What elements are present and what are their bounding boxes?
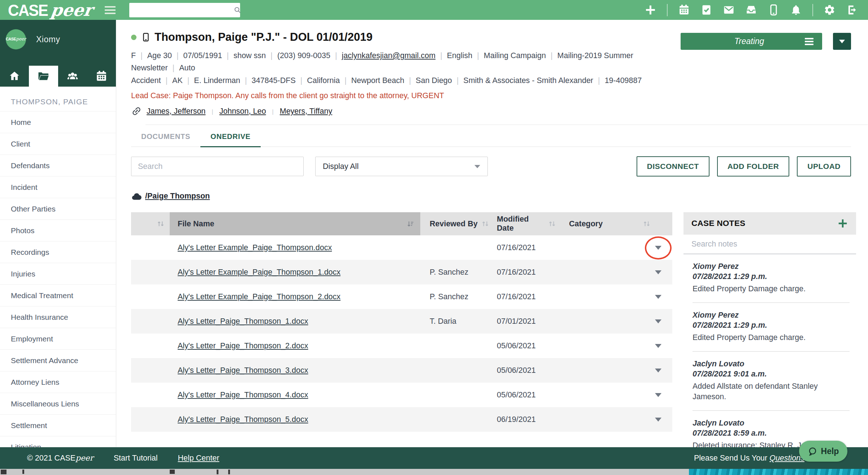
disconnect-button[interactable]: DISCONNECT xyxy=(637,156,709,177)
file-link[interactable]: Aly's Letter_Paige_Thompson_3.docx xyxy=(178,366,308,375)
file-search-input[interactable] xyxy=(131,162,303,171)
sidebar-item-defendants[interactable]: Defendants xyxy=(0,155,116,177)
avatar-logo-text-italic: peer xyxy=(16,36,26,42)
reviewed-by-cell: P. Sanchez xyxy=(420,268,497,277)
home-icon xyxy=(8,70,21,82)
start-tutorial-link[interactable]: Start Tutorial xyxy=(114,454,158,463)
sidebar-tab-contacts[interactable] xyxy=(58,66,87,87)
footer-message: Please Send Us Your Questions xyxy=(694,454,804,463)
display-filter-select[interactable]: Display All xyxy=(315,157,488,176)
file-link[interactable]: Aly's Letter Example_Paige_Thompson_1.do… xyxy=(178,268,340,276)
related-case-link[interactable]: James, Jefferson xyxy=(147,107,205,116)
sidebar-item-employment[interactable]: Employment xyxy=(0,328,116,350)
sort-desc-icon[interactable] xyxy=(407,220,415,228)
help-center-link[interactable]: Help Center xyxy=(178,454,220,463)
treatment-status-button[interactable]: Treating xyxy=(681,33,822,50)
user-name: Xiomy xyxy=(36,35,60,44)
upload-button[interactable]: UPLOAD xyxy=(797,156,851,177)
logout-icon[interactable] xyxy=(846,4,858,16)
sidebar-item-settlement-advance[interactable]: Settlement Advance xyxy=(0,350,116,371)
file-link[interactable]: Aly's Letter Example_Paige_Thompson_2.do… xyxy=(178,292,340,301)
note-text: Added Allstate on defendant Stanley Jame… xyxy=(693,381,850,402)
casepeer-logo[interactable]: CASE peer xyxy=(8,2,92,18)
category-cell xyxy=(556,341,672,350)
help-button[interactable]: Help xyxy=(799,441,847,462)
file-link[interactable]: Aly's Letter Example_Paige_Thompson.docx xyxy=(178,243,332,252)
column-header-file-name[interactable]: File Name xyxy=(170,212,420,235)
file-link[interactable]: Aly's Letter_Paige_Thompson_4.docx xyxy=(178,391,308,399)
category-dropdown[interactable] xyxy=(654,415,663,424)
sidebar-item-attorney-liens[interactable]: Attorney Liens xyxy=(0,371,116,393)
status-dropdown-button[interactable] xyxy=(833,33,851,50)
tab-documents[interactable]: DOCUMENTS xyxy=(131,132,200,147)
sidebar-tab-home[interactable] xyxy=(0,66,29,87)
category-cell xyxy=(556,267,672,277)
file-link[interactable]: Aly's Letter_Paige_Thompson_2.docx xyxy=(178,341,308,350)
sidebar-item-settlement[interactable]: Settlement xyxy=(0,415,116,436)
category-dropdown[interactable] xyxy=(654,317,663,326)
column-header-reviewed-by[interactable]: Reviewed By xyxy=(420,219,497,228)
status-menu-icon[interactable] xyxy=(805,38,813,45)
sort-icon[interactable] xyxy=(548,220,556,228)
sidebar-item-home[interactable]: Home xyxy=(0,112,116,133)
category-dropdown[interactable] xyxy=(654,366,663,375)
global-search-box xyxy=(129,3,240,17)
sidebar-item-medical-treatment[interactable]: Medical Treatment xyxy=(0,285,116,306)
related-case-link[interactable]: Johnson, Leo xyxy=(219,107,266,116)
file-link[interactable]: Aly's Letter_Paige_Thompson_1.docx xyxy=(178,317,308,326)
category-dropdown[interactable] xyxy=(654,292,663,301)
cloud-icon xyxy=(131,192,142,201)
top-bar: CASE peer xyxy=(0,0,868,20)
user-avatar[interactable]: CASEpeer xyxy=(6,29,26,49)
sort-icon[interactable] xyxy=(643,220,651,228)
sidebar-tab-calendar[interactable] xyxy=(87,66,116,87)
category-dropdown-annotated[interactable] xyxy=(654,243,663,252)
mail-icon[interactable] xyxy=(723,4,735,16)
inbox-icon[interactable] xyxy=(745,4,757,16)
mobile-icon[interactable] xyxy=(768,4,780,16)
sidebar-item-client[interactable]: Client xyxy=(0,133,116,155)
case-note-item: Jaclyn Lovato07/28/2021 9:01 a.m.Added A… xyxy=(693,352,850,411)
sort-icon[interactable] xyxy=(481,220,489,228)
sidebar-item-photos[interactable]: Photos xyxy=(0,220,116,241)
category-dropdown[interactable] xyxy=(654,390,663,400)
background-glyph xyxy=(217,470,218,474)
settings-gear-icon[interactable] xyxy=(824,4,836,16)
background-glyph xyxy=(170,470,175,474)
column-header-category[interactable]: Category xyxy=(556,219,672,228)
category-dropdown[interactable] xyxy=(654,341,663,350)
global-search-input[interactable] xyxy=(129,6,234,14)
file-name-cell: Aly's Letter Example_Paige_Thompson_1.do… xyxy=(170,268,420,277)
separator: | xyxy=(335,51,337,60)
tasks-icon[interactable] xyxy=(700,4,712,16)
sidebar-item-injuries[interactable]: Injuries xyxy=(0,263,116,285)
calendar-icon[interactable] xyxy=(678,4,690,16)
category-dropdown[interactable] xyxy=(654,267,663,277)
file-link[interactable]: Aly's Letter_Paige_Thompson_5.docx xyxy=(178,415,308,424)
chevron-down-icon xyxy=(655,418,661,422)
search-icon[interactable] xyxy=(234,6,242,14)
sidebar-item-recordings[interactable]: Recordings xyxy=(0,241,116,263)
case-info-value: 347845-DFS xyxy=(252,76,296,85)
add-folder-button[interactable]: ADD FOLDER xyxy=(717,156,790,177)
column-header-modified-date[interactable]: Modified Date xyxy=(497,215,556,233)
category-cell xyxy=(556,292,672,301)
notes-search-input[interactable] xyxy=(683,235,856,254)
related-case-link[interactable]: Meyers, Tiffany xyxy=(280,107,332,116)
sidebar-item-incident[interactable]: Incident xyxy=(0,177,116,198)
menu-hamburger-icon[interactable] xyxy=(105,6,116,14)
sidebar-item-health-insurance[interactable]: Health Insurance xyxy=(0,306,116,328)
sort-icon[interactable] xyxy=(157,220,165,228)
plus-icon[interactable] xyxy=(645,4,656,16)
sidebar-item-other-parties[interactable]: Other Parties xyxy=(0,198,116,220)
breadcrumb-folder-link[interactable]: /Paige Thompson xyxy=(145,192,210,201)
questions-link[interactable]: Questions xyxy=(769,454,804,462)
separator: | xyxy=(272,109,274,115)
sidebar-item-miscellaneous-liens[interactable]: Miscellaneous Liens xyxy=(0,393,116,415)
sidebar-user-panel: CASEpeer Xiomy xyxy=(0,20,116,87)
notifications-bell-icon[interactable] xyxy=(790,4,802,16)
sidebar-tab-case-folder[interactable] xyxy=(29,66,58,87)
case-info-email-link[interactable]: jaclynkafesjian@gmail.com xyxy=(342,51,436,60)
tab-onedrive[interactable]: ONEDRIVE xyxy=(200,132,261,147)
add-note-plus-icon[interactable] xyxy=(837,218,848,229)
